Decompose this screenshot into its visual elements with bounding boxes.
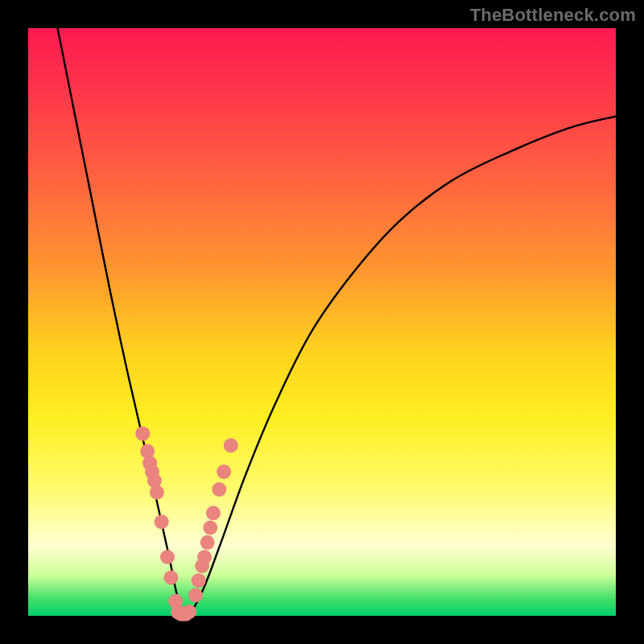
data-point (192, 573, 206, 588)
data-point (150, 485, 164, 500)
chart-svg (28, 28, 616, 616)
data-point (203, 521, 217, 535)
trough-dots (171, 605, 196, 621)
data-point (188, 588, 203, 603)
plot-area (28, 28, 616, 616)
data-point (163, 571, 178, 585)
right-cluster-dots (188, 438, 238, 602)
watermark-text: TheBottleneck.com (470, 5, 636, 26)
data-point (224, 438, 238, 452)
data-point (206, 506, 221, 520)
chart-stage: TheBottleneck.com (0, 0, 644, 644)
data-point (182, 605, 196, 619)
left-cluster-dots (135, 427, 183, 609)
data-point (212, 482, 226, 497)
bottleneck-curve (58, 28, 617, 616)
data-point (160, 550, 175, 564)
data-point (155, 514, 169, 529)
data-point (200, 535, 215, 550)
data-point (135, 427, 150, 441)
data-point (217, 464, 231, 479)
data-point (197, 550, 212, 564)
